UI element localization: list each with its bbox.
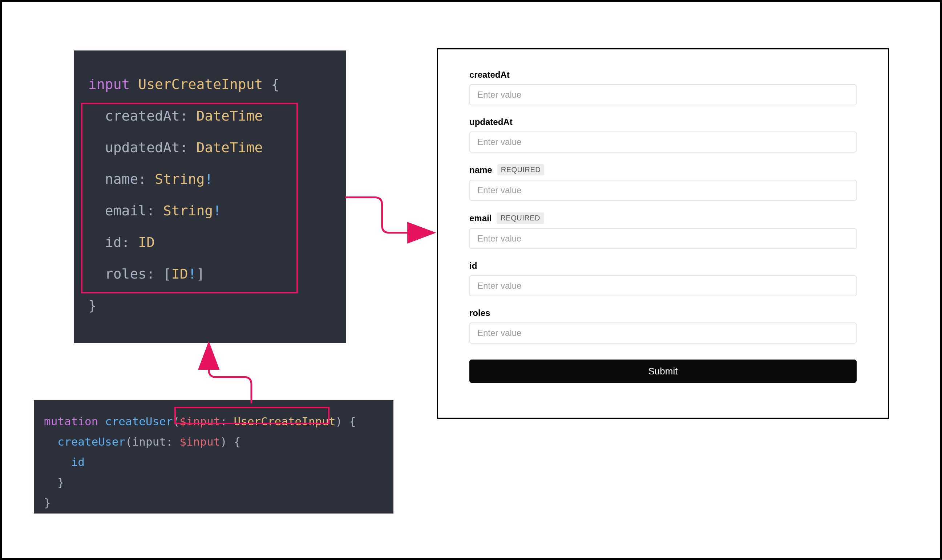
name-input[interactable] [469, 180, 857, 201]
form-field-updatedAt: updatedAt [469, 117, 857, 152]
field-createdAt: createdAt [105, 108, 180, 124]
operation-name: createUser [105, 415, 173, 428]
field-label: createdAt [469, 70, 857, 80]
field-label: id [469, 261, 857, 271]
field-name: name [105, 171, 139, 187]
form-field-id: id [469, 261, 857, 296]
field-label: emailREQUIRED [469, 212, 857, 224]
diagram-frame: input UserCreateInput { createdAt: DateT… [0, 0, 942, 560]
variable-type: UserCreateInput [234, 415, 336, 428]
field-label-text: id [469, 261, 477, 271]
code-block-input-type: input UserCreateInput { createdAt: DateT… [74, 51, 346, 343]
brace-close: } [88, 297, 97, 314]
field-label: roles [469, 308, 857, 318]
form-field-name: nameREQUIRED [469, 164, 857, 201]
field-label-text: createdAt [469, 70, 510, 80]
field-label-text: updatedAt [469, 117, 513, 127]
createdAt-input[interactable] [469, 84, 857, 105]
variable-name: $input [180, 415, 220, 428]
arg-key: input [132, 435, 166, 448]
arrow-fields-to-form [345, 197, 432, 232]
field-label-text: roles [469, 308, 490, 318]
updatedAt-input[interactable] [469, 131, 857, 152]
form-field-email: emailREQUIRED [469, 212, 857, 249]
field-roles: roles [105, 266, 146, 282]
generated-form-panel: createdAtupdatedAtnameREQUIREDemailREQUI… [437, 48, 889, 419]
roles-input[interactable] [469, 323, 857, 343]
brace-open: { [263, 76, 279, 92]
field-label: nameREQUIRED [469, 164, 857, 175]
form-field-roles: roles [469, 308, 857, 343]
field-updatedAt: updatedAt [105, 140, 180, 155]
field-label-text: email [469, 213, 491, 223]
field-call: createUser [57, 435, 125, 448]
field-email: email [105, 203, 146, 218]
field-id: id [105, 234, 122, 250]
arrow-mutation-to-input [209, 345, 251, 403]
selection-field: id [71, 455, 85, 468]
id-input[interactable] [469, 275, 857, 296]
keyword-mutation: mutation [44, 415, 98, 428]
required-badge: REQUIRED [497, 164, 545, 175]
submit-button[interactable]: Submit [469, 360, 857, 383]
form-field-createdAt: createdAt [469, 70, 857, 105]
code-block-mutation: mutation createUser($input: UserCreateIn… [34, 400, 393, 514]
email-input[interactable] [469, 228, 857, 249]
required-badge: REQUIRED [497, 212, 544, 224]
field-label: updatedAt [469, 117, 857, 127]
submit-button-label: Submit [648, 366, 678, 377]
type-name: UserCreateInput [138, 76, 263, 92]
field-label-text: name [469, 165, 492, 175]
keyword-input: input [88, 76, 130, 92]
arg-val: $input [180, 435, 220, 448]
